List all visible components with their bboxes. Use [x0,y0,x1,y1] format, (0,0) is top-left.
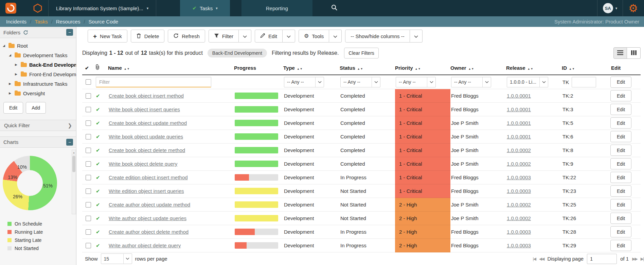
settings-gear-icon[interactable]: ⚙ [623,3,644,14]
sort-icons[interactable]: ▲▼ [468,67,475,70]
filter-row-checkbox[interactable] [86,79,91,85]
release-link[interactable]: 1.0.0.0003 [507,229,531,235]
task-name-link[interactable]: Write book object delete query [109,161,177,167]
tab-tasks[interactable]: ✔ Tasks ▾ [180,0,230,16]
column-header-priority[interactable]: Priority▲▼ [395,61,450,75]
row-edit-button[interactable]: Edit [610,90,631,101]
last-page-icon[interactable]: ▶| [641,256,643,261]
list-view-button[interactable] [613,47,627,59]
release-link[interactable]: 1.0.0.0002 [507,215,531,221]
release-link[interactable]: 1.0.0.0003 [507,175,531,180]
task-name-link[interactable]: Write author object delete query [109,243,181,248]
app-logo-icon[interactable] [5,3,16,14]
row-edit-button[interactable]: Edit [610,185,631,197]
row-checkbox[interactable] [86,93,91,99]
tree-caret-icon[interactable]: ▶ [9,92,13,95]
release-link[interactable]: 1.0.0.0002 [507,161,531,167]
row-checkbox[interactable] [86,161,91,167]
page-number-input[interactable] [587,254,617,264]
previous-page-icon[interactable]: ◀◀ [539,256,544,261]
first-page-icon[interactable]: |◀ [533,256,536,261]
filter-row-edit-button[interactable]: Edit [610,77,631,88]
type-filter-select[interactable]: -- Any -- [284,77,324,87]
column-header-owner[interactable]: Owner▲▼ [450,61,506,75]
delete-button[interactable]: Delete [131,30,164,43]
row-checkbox[interactable] [86,188,91,194]
show-hide-columns-dropdown-button[interactable] [410,30,423,43]
show-hide-columns-select[interactable]: -- Show/hide columns -- [345,30,410,43]
sort-icons[interactable]: ▲▼ [569,67,575,70]
row-edit-button[interactable]: Edit [610,131,631,142]
row-edit-button[interactable]: Edit [610,145,631,156]
column-header-status[interactable]: Status▲▼ [340,61,395,75]
task-name-link[interactable]: Write book object update queries [109,134,183,139]
task-name-link[interactable]: Create author object update method [109,202,190,208]
next-page-icon[interactable]: ▶▶ [632,256,637,261]
column-header-release[interactable]: Release▲▼ [506,61,562,75]
task-name-link[interactable]: Write edition object insert queries [109,188,184,194]
tree-caret-icon[interactable]: ▶ [15,63,19,66]
row-edit-button[interactable]: Edit [610,226,631,237]
folder-tree-item[interactable]: ▶ Back-End Development [0,60,76,69]
row-edit-button[interactable]: Edit [610,158,631,169]
task-name-link[interactable]: Create author object delete method [109,229,189,235]
row-checkbox[interactable] [86,107,91,112]
task-name-link[interactable]: Write book object insert queries [109,106,180,112]
column-header-type[interactable]: Type▲▼ [283,61,340,75]
charts-scrollbar[interactable]: ▲ [72,150,76,214]
user-menu[interactable]: SA ▾ [597,3,623,13]
row-checkbox[interactable] [86,243,91,248]
scrollbar-up-arrow-icon[interactable]: ▲ [72,150,76,155]
product-selector[interactable]: Library Information System (Sample)... ▾ [48,0,156,16]
status-filter-select[interactable]: -- Any -- [340,77,380,87]
column-header-id[interactable]: ID▲▼ [562,61,604,75]
tab-reporting[interactable]: Reporting [242,0,312,16]
release-link[interactable]: 1.0.0.0001 [507,93,531,99]
quick-filter-section[interactable]: Quick Filter ❯ [0,120,76,131]
sort-icons[interactable]: ▲▼ [124,67,130,70]
filter-dropdown-button[interactable] [239,30,251,43]
task-name-link[interactable]: Create edition object insert method [109,175,188,180]
clear-filters-button[interactable]: Clear Filters [344,48,378,59]
task-name-link[interactable]: Create book object update method [109,120,187,126]
task-name-link[interactable]: Create book object delete method [109,147,185,153]
sort-icons[interactable]: ▲▼ [357,67,363,70]
edit-button[interactable]: Edit [255,30,283,43]
sort-icons[interactable]: ▲▼ [527,67,534,70]
collapse-folders-button[interactable]: − [66,29,73,36]
edit-dropdown-button[interactable] [283,30,295,43]
tree-caret-icon[interactable]: ◢ [9,53,13,57]
breadcrumb-resources[interactable]: Resources [56,19,80,24]
tree-caret-icon[interactable]: ◢ [3,44,7,47]
new-task-button[interactable]: + New Task [88,30,127,43]
release-link[interactable]: 1.0.0.0001 [507,106,531,112]
column-header-name[interactable]: Name▲▼ [108,61,234,75]
release-link[interactable]: 1.0.0.0002 [507,147,531,153]
task-name-link[interactable]: Create book object insert method [109,93,184,99]
row-checkbox[interactable] [86,148,91,153]
release-link[interactable]: 1.0.0.0001 [507,134,531,139]
refresh-folders-icon[interactable] [23,30,28,35]
row-edit-button[interactable]: Edit [610,240,631,251]
row-edit-button[interactable]: Edit [610,104,631,115]
name-filter-input[interactable] [96,77,211,87]
priority-filter-select[interactable]: -- Any -- [396,77,436,87]
release-filter-select[interactable]: 1.0.0.0 - Li... [507,77,548,87]
breadcrumb-source-code[interactable]: Source Code [89,19,119,24]
id-filter-input[interactable] [572,77,596,87]
row-checkbox[interactable] [86,202,91,208]
row-edit-button[interactable]: Edit [610,199,631,210]
row-edit-button[interactable]: Edit [610,172,631,183]
release-link[interactable]: 1.0.0.0003 [507,243,531,248]
tools-button[interactable]: ⚙ Tools [299,30,329,43]
row-checkbox[interactable] [86,120,91,126]
row-edit-button[interactable]: Edit [610,213,631,224]
release-link[interactable]: 1.0.0.0002 [507,202,531,208]
release-link[interactable]: 1.0.0.0001 [507,120,531,126]
row-checkbox[interactable] [86,216,91,221]
breadcrumb-tasks[interactable]: Tasks [35,19,48,24]
sort-icons[interactable]: ▲▼ [297,67,303,70]
workspace-hexagon-icon[interactable] [33,3,42,13]
scrollbar-thumb[interactable] [72,156,75,172]
folder-tree-item[interactable]: ◢ Development Tasks [0,50,76,60]
